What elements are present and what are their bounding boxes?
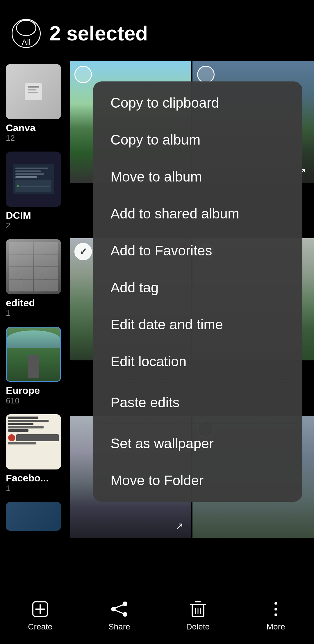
building-visual <box>6 239 61 294</box>
svg-rect-3 <box>28 92 38 93</box>
menu-divider-1 <box>99 382 297 382</box>
check-indicator[interactable] <box>197 66 215 83</box>
album-item-dcim[interactable]: DCIM 2 <box>0 149 70 236</box>
menu-label-add-shared: Add to shared album <box>110 206 239 222</box>
sidebar: Canva 12 DCIM 2 <box>0 61 70 592</box>
dcim-doc <box>13 164 54 194</box>
context-menu: Copy to clipboard Copy to album Move to … <box>93 81 302 502</box>
nav-label-delete: Delete <box>186 622 210 631</box>
album-item-facebook[interactable]: Facebo... 1 <box>0 411 70 499</box>
check-indicator[interactable] <box>74 66 92 83</box>
menu-label-add-tag: Add tag <box>110 280 158 296</box>
album-name: Europe <box>6 385 64 396</box>
nav-label-more: More <box>267 622 285 631</box>
check-indicator-checked[interactable] <box>74 243 92 260</box>
svg-point-20 <box>274 613 277 616</box>
create-icon <box>30 599 50 619</box>
menu-item-move-album[interactable]: Move to album <box>93 158 302 195</box>
svg-line-11 <box>115 610 123 613</box>
album-item-canva[interactable]: Canva 12 <box>0 61 70 149</box>
album-count: 610 <box>6 396 64 405</box>
europe-visual <box>7 328 60 381</box>
menu-label-paste-edits: Paste edits <box>110 394 179 410</box>
album-count: 1 <box>6 309 64 318</box>
circle-inner <box>16 20 36 36</box>
album-item-europe[interactable]: Europe 610 <box>0 324 70 411</box>
canva-visual <box>6 64 61 119</box>
header: All 2 selected <box>0 0 314 61</box>
svg-point-9 <box>123 613 127 616</box>
menu-label-add-favorites: Add to Favorites <box>110 243 212 259</box>
svg-point-19 <box>274 608 277 611</box>
nav-share[interactable]: Share <box>108 599 130 631</box>
all-label: All <box>22 38 31 47</box>
statue <box>28 355 39 378</box>
menu-label-set-wallpaper: Set as wallpaper <box>110 435 214 451</box>
album-thumb-europe <box>6 327 61 382</box>
menu-label-copy-album: Copy to album <box>110 132 201 148</box>
album-thumb-partial <box>6 502 61 531</box>
svg-point-18 <box>274 602 277 605</box>
menu-item-edit-date[interactable]: Edit date and time <box>93 306 302 343</box>
album-thumb-facebook <box>6 414 61 469</box>
menu-item-copy-album[interactable]: Copy to album <box>93 121 302 158</box>
nav-create[interactable]: Create <box>28 599 52 631</box>
menu-label-move-folder: Move to Folder <box>110 472 204 488</box>
menu-item-add-shared[interactable]: Add to shared album <box>93 195 302 232</box>
nav-label-create: Create <box>28 622 52 631</box>
album-thumb-edited <box>6 239 61 294</box>
select-all-button[interactable]: All <box>12 19 41 48</box>
album-name: edited <box>6 297 64 309</box>
album-name: Canva <box>6 122 64 134</box>
share-arrow-icon: ↗ <box>175 520 183 532</box>
menu-item-add-favorites[interactable]: Add to Favorites <box>93 232 302 269</box>
svg-line-10 <box>115 605 123 608</box>
menu-item-paste-edits[interactable]: Paste edits <box>93 384 302 421</box>
svg-rect-0 <box>25 83 42 100</box>
menu-label-copy-clipboard: Copy to clipboard <box>110 95 219 111</box>
share-nav-icon <box>109 599 129 619</box>
menu-label-edit-location: Edit location <box>110 353 187 369</box>
album-count: 12 <box>6 134 64 143</box>
menu-item-move-folder[interactable]: Move to Folder <box>93 462 302 499</box>
menu-label-move-album: Move to album <box>110 169 202 185</box>
menu-item-copy-clipboard[interactable]: Copy to clipboard <box>93 84 302 121</box>
album-item-partial[interactable] <box>0 499 70 537</box>
menu-label-edit-date: Edit date and time <box>110 316 223 332</box>
album-name: Facebo... <box>6 472 64 484</box>
menu-item-set-wallpaper[interactable]: Set as wallpaper <box>93 425 302 462</box>
nav-label-share: Share <box>108 622 130 631</box>
album-thumb-dcim <box>6 152 61 207</box>
nav-more[interactable]: More <box>266 599 286 631</box>
svg-point-8 <box>123 602 127 606</box>
album-thumb-canva <box>6 64 61 119</box>
album-item-edited[interactable]: edited 1 <box>0 236 70 324</box>
svg-rect-1 <box>28 86 39 88</box>
delete-icon <box>188 599 208 619</box>
share-icon-bottom: ↗ <box>172 519 187 533</box>
menu-item-edit-location[interactable]: Edit location <box>93 343 302 380</box>
selected-count: 2 selected <box>49 22 148 45</box>
menu-item-add-tag[interactable]: Add tag <box>93 269 302 306</box>
album-name: DCIM <box>6 210 64 221</box>
bottom-nav: Create Share Delete <box>0 592 314 644</box>
nav-delete[interactable]: Delete <box>186 599 210 631</box>
menu-divider-2 <box>99 423 297 423</box>
svg-rect-2 <box>28 89 36 90</box>
album-count: 1 <box>6 484 64 493</box>
fb-text <box>8 417 59 444</box>
album-count: 2 <box>6 221 64 230</box>
more-icon <box>266 599 286 619</box>
